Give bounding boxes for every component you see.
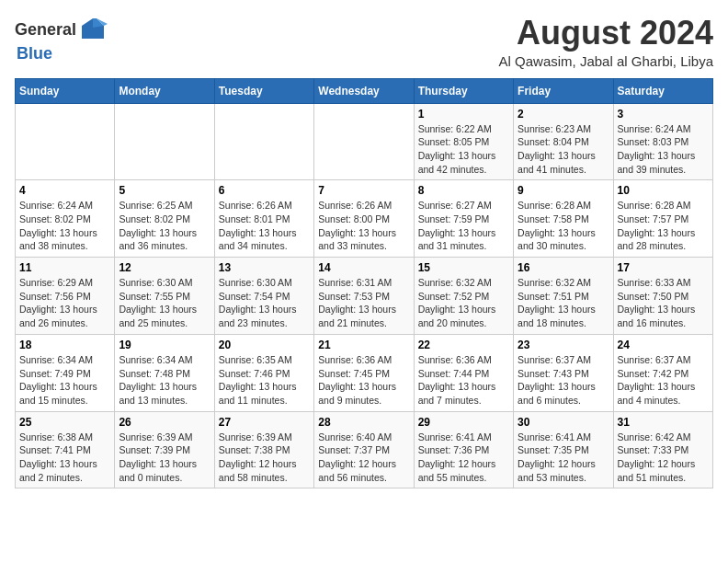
day-number: 6 bbox=[219, 184, 310, 197]
day-info: Sunrise: 6:34 AM Sunset: 7:49 PM Dayligh… bbox=[19, 353, 110, 408]
calendar-week-row: 4Sunrise: 6:24 AM Sunset: 8:02 PM Daylig… bbox=[16, 180, 713, 258]
day-info: Sunrise: 6:38 AM Sunset: 7:41 PM Dayligh… bbox=[19, 431, 110, 485]
day-number: 13 bbox=[219, 261, 310, 274]
day-info: Sunrise: 6:32 AM Sunset: 7:52 PM Dayligh… bbox=[418, 276, 509, 330]
calendar-cell: 15Sunrise: 6:32 AM Sunset: 7:52 PM Dayli… bbox=[414, 258, 513, 335]
calendar-cell bbox=[16, 103, 115, 180]
day-number: 21 bbox=[318, 339, 409, 351]
day-info: Sunrise: 6:34 AM Sunset: 7:48 PM Dayligh… bbox=[119, 353, 210, 408]
calendar-cell: 25Sunrise: 6:38 AM Sunset: 7:41 PM Dayli… bbox=[16, 411, 115, 488]
day-number: 30 bbox=[518, 416, 609, 429]
day-info: Sunrise: 6:23 AM Sunset: 8:04 PM Dayligh… bbox=[518, 122, 609, 177]
calendar-cell: 5Sunrise: 6:25 AM Sunset: 8:02 PM Daylig… bbox=[115, 180, 214, 258]
day-number: 2 bbox=[518, 108, 609, 121]
weekday-header: Tuesday bbox=[214, 78, 313, 103]
day-number: 25 bbox=[19, 416, 110, 429]
day-number: 26 bbox=[119, 416, 210, 429]
day-number: 1 bbox=[418, 108, 509, 121]
subtitle: Al Qawasim, Jabal al Gharbi, Libya bbox=[499, 53, 713, 69]
day-info: Sunrise: 6:37 AM Sunset: 7:43 PM Dayligh… bbox=[518, 353, 609, 408]
day-info: Sunrise: 6:39 AM Sunset: 7:39 PM Dayligh… bbox=[119, 431, 210, 485]
weekday-header: Sunday bbox=[16, 78, 115, 103]
calendar-week-row: 18Sunrise: 6:34 AM Sunset: 7:49 PM Dayli… bbox=[16, 334, 713, 411]
day-number: 17 bbox=[618, 261, 709, 274]
day-info: Sunrise: 6:30 AM Sunset: 7:55 PM Dayligh… bbox=[119, 276, 210, 330]
calendar-cell: 4Sunrise: 6:24 AM Sunset: 8:02 PM Daylig… bbox=[16, 180, 115, 258]
calendar-cell bbox=[115, 103, 214, 180]
calendar-cell: 11Sunrise: 6:29 AM Sunset: 7:56 PM Dayli… bbox=[16, 258, 115, 335]
day-number: 29 bbox=[418, 416, 509, 429]
calendar-cell: 1Sunrise: 6:22 AM Sunset: 8:05 PM Daylig… bbox=[414, 103, 513, 180]
day-number: 5 bbox=[119, 184, 210, 197]
day-number: 23 bbox=[518, 339, 609, 351]
day-number: 20 bbox=[219, 339, 310, 351]
calendar-cell bbox=[314, 103, 414, 180]
day-number: 9 bbox=[518, 184, 609, 197]
day-info: Sunrise: 6:42 AM Sunset: 7:33 PM Dayligh… bbox=[618, 431, 709, 485]
calendar-cell: 30Sunrise: 6:41 AM Sunset: 7:35 PM Dayli… bbox=[514, 411, 613, 488]
day-info: Sunrise: 6:30 AM Sunset: 7:54 PM Dayligh… bbox=[219, 276, 310, 330]
day-number: 31 bbox=[618, 416, 709, 429]
day-info: Sunrise: 6:36 AM Sunset: 7:44 PM Dayligh… bbox=[418, 353, 509, 408]
calendar-cell: 17Sunrise: 6:33 AM Sunset: 7:50 PM Dayli… bbox=[613, 258, 712, 335]
calendar-cell: 29Sunrise: 6:41 AM Sunset: 7:36 PM Dayli… bbox=[414, 411, 513, 488]
day-number: 22 bbox=[418, 339, 509, 351]
day-number: 8 bbox=[418, 184, 509, 197]
calendar-cell: 6Sunrise: 6:26 AM Sunset: 8:01 PM Daylig… bbox=[214, 180, 313, 258]
weekday-header: Monday bbox=[115, 78, 214, 103]
day-number: 18 bbox=[19, 339, 110, 351]
calendar-cell: 2Sunrise: 6:23 AM Sunset: 8:04 PM Daylig… bbox=[514, 103, 613, 180]
calendar-cell: 3Sunrise: 6:24 AM Sunset: 8:03 PM Daylig… bbox=[613, 103, 712, 180]
day-info: Sunrise: 6:26 AM Sunset: 8:01 PM Dayligh… bbox=[219, 199, 310, 253]
calendar-cell: 31Sunrise: 6:42 AM Sunset: 7:33 PM Dayli… bbox=[613, 411, 712, 488]
day-info: Sunrise: 6:31 AM Sunset: 7:53 PM Dayligh… bbox=[318, 276, 409, 330]
logo-blue-text: Blue bbox=[17, 44, 52, 63]
logo: General Blue bbox=[15, 15, 108, 63]
day-info: Sunrise: 6:41 AM Sunset: 7:35 PM Dayligh… bbox=[518, 431, 609, 485]
calendar-cell: 13Sunrise: 6:30 AM Sunset: 7:54 PM Dayli… bbox=[214, 258, 313, 335]
calendar-body: 1Sunrise: 6:22 AM Sunset: 8:05 PM Daylig… bbox=[16, 103, 713, 488]
calendar-cell: 23Sunrise: 6:37 AM Sunset: 7:43 PM Dayli… bbox=[514, 334, 613, 411]
day-number: 4 bbox=[19, 184, 110, 197]
calendar-cell: 8Sunrise: 6:27 AM Sunset: 7:59 PM Daylig… bbox=[414, 180, 513, 258]
day-number: 27 bbox=[219, 416, 310, 429]
day-info: Sunrise: 6:29 AM Sunset: 7:56 PM Dayligh… bbox=[19, 276, 110, 330]
title-block: August 2024 Al Qawasim, Jabal al Gharbi,… bbox=[499, 15, 713, 69]
header-row: SundayMondayTuesdayWednesdayThursdayFrid… bbox=[16, 78, 713, 103]
day-info: Sunrise: 6:24 AM Sunset: 8:02 PM Dayligh… bbox=[19, 199, 110, 253]
page-header: General Blue August 2024 Al Qawasim, Jab… bbox=[15, 15, 713, 69]
calendar-cell: 28Sunrise: 6:40 AM Sunset: 7:37 PM Dayli… bbox=[314, 411, 414, 488]
day-info: Sunrise: 6:36 AM Sunset: 7:45 PM Dayligh… bbox=[318, 353, 409, 408]
day-number: 15 bbox=[418, 261, 509, 274]
day-info: Sunrise: 6:26 AM Sunset: 8:00 PM Dayligh… bbox=[318, 199, 409, 253]
day-number: 3 bbox=[618, 108, 709, 121]
day-number: 16 bbox=[518, 261, 609, 274]
calendar-cell bbox=[214, 103, 313, 180]
calendar-cell: 10Sunrise: 6:28 AM Sunset: 7:57 PM Dayli… bbox=[613, 180, 712, 258]
calendar-cell: 22Sunrise: 6:36 AM Sunset: 7:44 PM Dayli… bbox=[414, 334, 513, 411]
calendar-table: SundayMondayTuesdayWednesdayThursdayFrid… bbox=[15, 78, 713, 489]
day-info: Sunrise: 6:37 AM Sunset: 7:42 PM Dayligh… bbox=[618, 353, 709, 408]
day-info: Sunrise: 6:25 AM Sunset: 8:02 PM Dayligh… bbox=[119, 199, 210, 253]
day-number: 10 bbox=[618, 184, 709, 197]
day-number: 19 bbox=[119, 339, 210, 351]
weekday-header: Saturday bbox=[613, 78, 712, 103]
day-info: Sunrise: 6:41 AM Sunset: 7:36 PM Dayligh… bbox=[418, 431, 509, 485]
calendar-cell: 18Sunrise: 6:34 AM Sunset: 7:49 PM Dayli… bbox=[16, 334, 115, 411]
calendar-cell: 27Sunrise: 6:39 AM Sunset: 7:38 PM Dayli… bbox=[214, 411, 313, 488]
calendar-cell: 9Sunrise: 6:28 AM Sunset: 7:58 PM Daylig… bbox=[514, 180, 613, 258]
weekday-header: Thursday bbox=[414, 78, 513, 103]
logo-icon bbox=[78, 15, 108, 44]
weekday-header: Friday bbox=[514, 78, 613, 103]
day-info: Sunrise: 6:28 AM Sunset: 7:58 PM Dayligh… bbox=[518, 199, 609, 253]
calendar-cell: 26Sunrise: 6:39 AM Sunset: 7:39 PM Dayli… bbox=[115, 411, 214, 488]
day-number: 12 bbox=[119, 261, 210, 274]
day-info: Sunrise: 6:27 AM Sunset: 7:59 PM Dayligh… bbox=[418, 199, 509, 253]
calendar-cell: 7Sunrise: 6:26 AM Sunset: 8:00 PM Daylig… bbox=[314, 180, 414, 258]
calendar-week-row: 11Sunrise: 6:29 AM Sunset: 7:56 PM Dayli… bbox=[16, 258, 713, 335]
calendar-week-row: 25Sunrise: 6:38 AM Sunset: 7:41 PM Dayli… bbox=[16, 411, 713, 488]
day-info: Sunrise: 6:40 AM Sunset: 7:37 PM Dayligh… bbox=[318, 431, 409, 485]
calendar-cell: 16Sunrise: 6:32 AM Sunset: 7:51 PM Dayli… bbox=[514, 258, 613, 335]
calendar-cell: 19Sunrise: 6:34 AM Sunset: 7:48 PM Dayli… bbox=[115, 334, 214, 411]
day-number: 24 bbox=[618, 339, 709, 351]
